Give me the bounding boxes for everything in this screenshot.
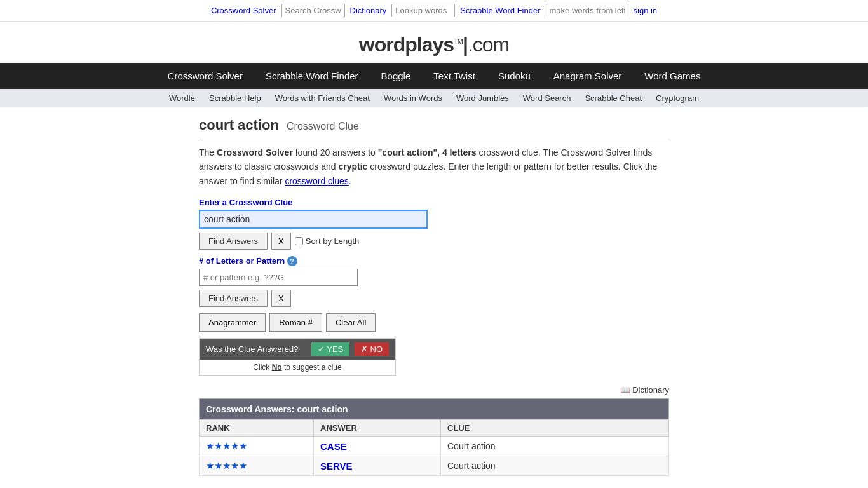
top-scrabble-finder-link[interactable]: Scrabble Word Finder <box>460 6 540 15</box>
checkmark-icon: ✓ <box>318 344 325 354</box>
nav-word-games[interactable]: Word Games <box>633 63 712 89</box>
col-rank: RANK <box>200 420 314 437</box>
subnav-words-with-friends[interactable]: Words with Friends Cheat <box>269 92 376 105</box>
desc-text-1: The <box>199 147 217 158</box>
logo-com: .com <box>468 33 509 56</box>
lookup-words-input[interactable] <box>391 4 455 17</box>
subnav-cryptogram[interactable]: Cryptogram <box>649 92 705 105</box>
nav-crossword-solver[interactable]: Crossword Solver <box>156 63 254 89</box>
letters-label-text: # of Letters or Pattern <box>199 256 285 266</box>
logo-wordplays: wordplays <box>359 33 454 56</box>
clue-answer-buttons: ✓ YES ✗ NO <box>311 342 389 356</box>
logo-pipe: | <box>463 33 468 56</box>
find-answers2-row: Find Answers X <box>199 290 669 307</box>
star-icon: ★ <box>214 460 222 471</box>
results-body: ★★★★★CASECourt action★★★★★SERVECourt act… <box>200 437 669 476</box>
click-no-link[interactable]: No <box>272 363 282 372</box>
content: court action Crossword Clue The Crosswor… <box>193 107 675 485</box>
clue-subtitle: Crossword Clue <box>287 121 359 132</box>
table-row: ★★★★★CASECourt action <box>200 437 669 456</box>
main-nav: Crossword Solver Scrabble Word Finder Bo… <box>0 63 868 89</box>
was-clue-answered-text: Was the Clue Answered? <box>206 344 298 354</box>
nav-boggle[interactable]: Boggle <box>370 63 423 89</box>
dictionary-link-text: Dictionary <box>632 385 669 395</box>
crossword-clues-link[interactable]: crossword clues <box>285 176 348 186</box>
answer-link[interactable]: SERVE <box>320 461 353 471</box>
nav-sudoku[interactable]: Sudoku <box>487 63 542 89</box>
no-label: NO <box>370 344 383 354</box>
subnav-wordle[interactable]: Wordle <box>163 92 201 105</box>
rank-cell: ★★★★★ <box>200 456 314 476</box>
clue-answered-footer: Click No to suggest a clue <box>200 360 395 375</box>
subnav-word-jumbles[interactable]: Word Jumbles <box>450 92 515 105</box>
sign-in-link[interactable]: sign in <box>634 6 658 15</box>
desc-bold-3: cryptic <box>338 161 367 172</box>
col-answer: ANSWER <box>314 420 441 437</box>
anagrammer-button[interactable]: Anagrammer <box>199 313 266 332</box>
subnav-word-search[interactable]: Word Search <box>517 92 578 105</box>
yes-button[interactable]: ✓ YES <box>311 342 349 356</box>
subnav-scrabble-help[interactable]: Scrabble Help <box>203 92 268 105</box>
clue-label: Enter a Crossword Clue <box>199 198 669 207</box>
clue-cell: Court action <box>441 456 669 476</box>
roman-button[interactable]: Roman # <box>269 313 322 332</box>
answer-link[interactable]: CASE <box>320 441 347 452</box>
description: The Crossword Solver found 20 answers to… <box>199 146 669 188</box>
results-header: Crossword Answers: court action <box>200 399 669 420</box>
page-title: court action Crossword Clue <box>199 117 669 139</box>
star-icon: ★ <box>231 460 239 471</box>
pattern-form-section: # of Letters or Pattern ? Find Answers X <box>199 256 669 307</box>
clear-x2-button[interactable]: X <box>271 290 291 307</box>
star-icon: ★ <box>231 440 239 451</box>
make-words-input[interactable] <box>546 4 628 17</box>
book-icon: 📖 <box>620 385 630 395</box>
desc-bold-2: "court action", 4 letters <box>378 147 477 158</box>
find-answers2-button[interactable]: Find Answers <box>199 290 268 307</box>
dict-link: 📖 Dictionary <box>199 385 669 395</box>
top-nav: Crossword Solver Dictionary Scrabble Wor… <box>0 0 868 22</box>
pattern-input[interactable] <box>199 269 358 286</box>
desc-text-2: found 20 answers to <box>293 147 378 158</box>
table-row: ★★★★★SERVECourt action <box>200 456 669 476</box>
nav-text-twist[interactable]: Text Twist <box>422 63 487 89</box>
yes-label: YES <box>327 344 343 354</box>
x-icon: ✗ <box>361 344 368 354</box>
logo-tm: TM <box>454 37 463 45</box>
find-answers-row: Find Answers X Sort by Length <box>199 233 669 250</box>
find-answers-button[interactable]: Find Answers <box>199 233 268 250</box>
rank-cell: ★★★★★ <box>200 437 314 456</box>
letters-label: # of Letters or Pattern ? <box>199 256 669 266</box>
desc-text-5: . <box>349 176 351 186</box>
top-crossword-solver-link[interactable]: Crossword Solver <box>211 6 276 15</box>
search-crosswords-input[interactable] <box>281 4 345 17</box>
desc-bold-1: Crossword Solver <box>217 147 293 158</box>
answer-cell: CASE <box>314 437 441 456</box>
col-headers-row: RANK ANSWER CLUE <box>200 420 669 437</box>
subnav-words-in-words[interactable]: Words in Words <box>377 92 449 105</box>
clear-x-button[interactable]: X <box>271 233 291 250</box>
clue-title: court action <box>199 117 279 133</box>
sort-by-length-label[interactable]: Sort by Length <box>295 236 360 246</box>
sub-nav: Wordle Scrabble Help Words with Friends … <box>0 89 868 107</box>
results-table: Crossword Answers: court action RANK ANS… <box>199 398 669 476</box>
logo-area: wordplaysTM|.com <box>0 22 868 63</box>
clue-input[interactable] <box>199 210 428 229</box>
clear-all-button[interactable]: Clear All <box>326 313 376 332</box>
star-icon: ★ <box>222 440 231 451</box>
clue-answered-box: Was the Clue Answered? ✓ YES ✗ NO Click … <box>199 338 396 376</box>
star-icon: ★ <box>239 460 247 471</box>
star-icon: ★ <box>222 460 231 471</box>
dictionary-link[interactable]: 📖 Dictionary <box>620 385 669 395</box>
nav-anagram-solver[interactable]: Anagram Solver <box>542 63 634 89</box>
star-icon: ★ <box>206 460 214 471</box>
star-icon: ★ <box>239 440 247 451</box>
nav-scrabble-word-finder[interactable]: Scrabble Word Finder <box>254 63 370 89</box>
help-icon[interactable]: ? <box>287 256 297 266</box>
top-dictionary-link[interactable]: Dictionary <box>350 6 387 15</box>
click-no-text: Click <box>253 363 271 372</box>
sort-by-length-checkbox[interactable] <box>295 237 303 245</box>
logo: wordplaysTM|.com <box>359 33 509 56</box>
no-button[interactable]: ✗ NO <box>355 342 389 356</box>
subnav-scrabble-cheat[interactable]: Scrabble Cheat <box>578 92 648 105</box>
action-btn-row: Anagrammer Roman # Clear All <box>199 313 669 332</box>
